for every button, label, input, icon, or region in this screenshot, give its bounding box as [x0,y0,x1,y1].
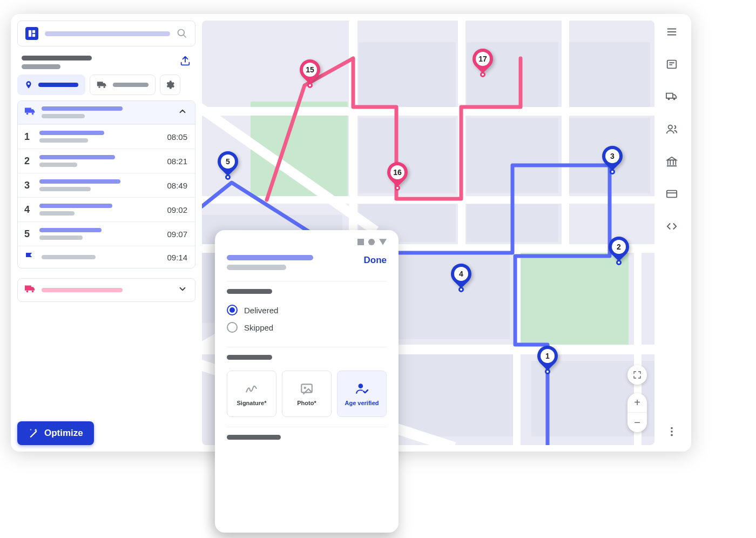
app-logo [25,27,38,40]
stop-number: 4 [24,204,32,216]
stop-number: 5 [24,228,32,240]
left-sidebar: 1 08:05 2 08:21 3 08:49 4 09:02 5 09:07 [17,21,195,445]
svg-point-6 [98,86,100,88]
map-pin-2[interactable]: 2 [609,237,629,264]
stop-row[interactable]: 1 08:05 [18,124,195,149]
truck-icon[interactable] [666,91,678,105]
route-name [42,106,123,111]
zoom-out-button[interactable]: − [627,413,647,432]
settings-button[interactable] [160,75,180,95]
done-button[interactable]: Done [364,255,387,266]
map-pin-1[interactable]: 1 [537,346,558,373]
route-2-header[interactable] [17,278,195,302]
stop-time: 08:49 [167,181,187,190]
stop-number: 3 [24,180,32,191]
section-heading [227,435,281,440]
proof-tile-signature[interactable]: Signature* [227,371,276,417]
map-pin-15[interactable]: 15 [300,59,320,86]
code-icon[interactable] [666,220,678,234]
proof-tile-age-verified[interactable]: Age verified [337,371,387,417]
svg-point-21 [368,239,375,245]
end-row[interactable]: 09:14 [18,246,195,268]
svg-point-19 [671,434,673,436]
stop-row[interactable]: 4 09:02 [18,197,195,221]
optimize-button[interactable]: Optimize [17,421,94,445]
map-pin-17[interactable]: 17 [473,49,493,76]
stop-title [227,255,313,260]
magic-wand-icon [28,428,39,439]
more-icon[interactable] [666,426,678,440]
search-bar[interactable] [17,21,195,46]
svg-point-13 [668,98,670,100]
tile-label: Age verified [345,400,379,406]
bank-icon[interactable] [666,156,678,170]
chevron-up-icon[interactable] [178,106,187,118]
view-segmented-control [17,75,195,95]
plan-subtitle [22,64,60,69]
tab-stops[interactable] [17,75,85,95]
svg-point-14 [673,98,676,100]
svg-rect-1 [32,30,35,33]
fullscreen-button[interactable] [627,365,647,385]
search-placeholder [45,31,170,36]
section-heading [227,355,272,360]
status-option-skipped[interactable]: Skipped [227,319,387,336]
stop-time: 08:21 [167,157,187,166]
stop-row[interactable]: 2 08:21 [18,149,195,173]
stop-subtitle [227,265,286,270]
pin-icon [24,79,33,90]
route-1-header[interactable] [18,101,195,124]
stop-time: 09:02 [167,205,187,214]
status-option-delivered[interactable]: Delivered [227,301,387,319]
svg-line-4 [184,35,186,38]
svg-point-11 [32,291,34,293]
phone-status-bar [227,239,387,245]
map-pin-3[interactable]: 3 [602,146,623,173]
stop-number: 2 [24,156,32,167]
stop-row[interactable]: 3 08:49 [18,173,195,197]
export-button[interactable] [179,55,191,69]
optimize-label: Optimize [44,428,83,439]
menu-icon[interactable] [666,26,678,40]
svg-rect-16 [667,191,677,198]
truck-icon [97,80,107,89]
mobile-app-preview: Done Delivered Skipped Signature* Photo*… [215,230,399,533]
stop-number: 1 [24,131,32,143]
news-icon[interactable] [666,58,678,72]
radio-unselected-icon [227,322,238,333]
map-pin-16[interactable]: 16 [387,162,408,189]
map-pin-5[interactable]: 5 [218,151,238,178]
photo-icon [300,381,314,395]
fullscreen-icon [633,371,642,379]
svg-point-17 [671,427,673,429]
svg-point-9 [32,113,34,115]
people-icon[interactable] [666,123,678,137]
route-1-panel: 1 08:05 2 08:21 3 08:49 4 09:02 5 09:07 [17,100,195,268]
zoom-control: + − [627,393,647,432]
svg-rect-20 [357,239,364,245]
right-rail [659,21,685,445]
svg-point-18 [671,431,673,433]
svg-rect-2 [32,34,35,37]
chevron-down-icon[interactable] [178,284,187,296]
card-icon[interactable] [666,188,678,202]
radio-selected-icon [227,305,238,315]
signature-icon [245,381,259,395]
proof-tile-photo[interactable]: Photo* [282,371,332,417]
search-icon[interactable] [177,28,187,39]
zoom-in-button[interactable]: + [627,393,647,413]
section-heading [227,289,272,294]
gear-icon [165,79,176,90]
svg-point-3 [178,30,185,36]
map-pin-4[interactable]: 4 [451,264,471,291]
tab-vehicles[interactable] [90,75,156,95]
stop-row[interactable]: 5 09:07 [18,221,195,246]
svg-point-23 [304,387,306,389]
route-name [42,288,123,292]
svg-point-5 [28,83,30,85]
svg-point-10 [26,291,29,293]
plan-header [17,52,195,69]
person-check-icon [355,381,369,395]
svg-point-24 [359,384,363,388]
svg-point-7 [104,86,105,88]
